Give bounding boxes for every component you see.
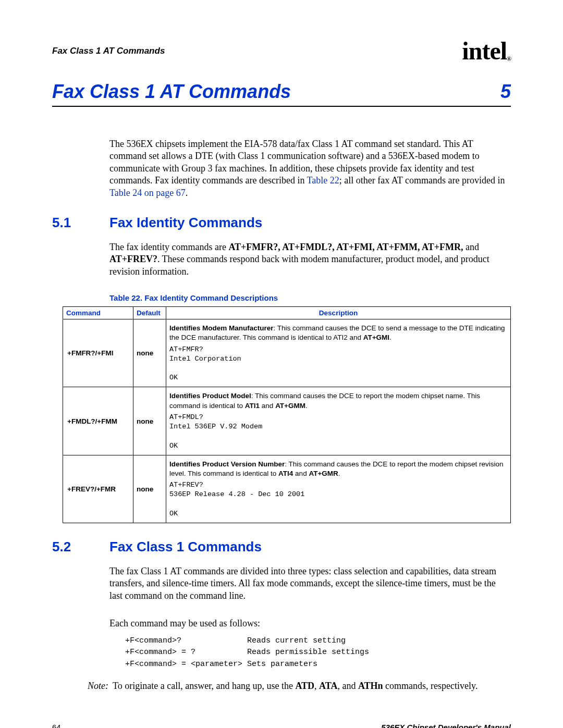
note-label: Note: (78, 681, 113, 692)
default-cell: none (133, 319, 166, 387)
default-cell: none (133, 455, 166, 523)
example-output: AT+FREV? 536EP Release 4.28 - Dec 10 200… (169, 480, 507, 519)
intro-text-c: . (186, 188, 188, 198)
intel-logo: intel® (462, 36, 511, 65)
desc-mid: and (260, 402, 275, 410)
desc-bold2: AT+GMI (363, 334, 389, 341)
command-usage-block: +F<command>? Reads current setting +F<co… (125, 635, 511, 671)
note-b3: ATHn (358, 681, 383, 691)
col-description: Description (166, 307, 511, 319)
page-footer: 64 536EX Chipset Developer's Manual (52, 723, 511, 728)
desc-cell: Identifies Product Model: This command c… (166, 387, 511, 455)
col-default: Default (133, 307, 166, 319)
s51-text-a: The fax identity commands are (109, 242, 228, 252)
s51-cmds: AT+FMFR?, AT+FMDL?, AT+FMI, AT+FMM, AT+F… (228, 242, 463, 252)
desc-bold2: ATI4 (278, 470, 293, 477)
running-header: Fax Class 1 AT Commands (52, 46, 165, 56)
note-c2: , and (337, 681, 358, 691)
section-number: 5.1 (52, 215, 109, 231)
desc-bold: Identifies Product Model (169, 392, 251, 400)
desc-tail: . (389, 334, 391, 341)
registered-symbol: ® (507, 55, 511, 63)
section-5-1-heading: 5.1 Fax Identity Commands (52, 215, 511, 231)
s51-text-c: . These commands respond back with modem… (109, 254, 489, 276)
intro-text-b: ; all other fax AT commands are provided… (339, 175, 505, 186)
example-output: AT+FMDL? Intel 536EP V.92 Modem OK (169, 413, 507, 451)
desc-bold3: AT+GMM (275, 402, 305, 410)
col-command: Command (63, 307, 133, 319)
logo-text: intel (462, 37, 507, 65)
s51-text-b: and (463, 242, 480, 252)
chapter-title: Fax Class 1 AT Commands (52, 81, 291, 103)
example-output: AT+FMFR? Intel Corporation OK (169, 345, 507, 383)
desc-tail: . (338, 470, 340, 477)
note-b2: ATA (319, 681, 337, 691)
table-row: +FMFR?/+FMI none Identifies Modem Manufa… (63, 319, 511, 387)
desc-bold3: AT+GMR (309, 470, 338, 477)
cmd-cell: +FREV?/+FMR (63, 455, 133, 523)
table-row: +FMDL?/+FMM none Identifies Product Mode… (63, 387, 511, 455)
note-b1: ATD (295, 681, 314, 691)
section-5-2-heading: 5.2 Fax Class 1 Commands (52, 539, 511, 555)
note-block: Note: To originate a call, answer, and h… (78, 681, 511, 692)
desc-cell: Identifies Modem Manufacturer: This comm… (166, 319, 511, 387)
table-24-link[interactable]: Table 24 on page 67 (109, 188, 186, 198)
section-title: Fax Identity Commands (109, 215, 262, 231)
note-b: commands, respectively. (383, 681, 478, 691)
desc-tail: . (305, 402, 308, 410)
desc-cell: Identifies Product Version Number: This … (166, 455, 511, 523)
desc-bold: Identifies Product Version Number (169, 460, 285, 468)
manual-title: 536EX Chipset Developer's Manual (381, 723, 511, 728)
desc-bold: Identifies Modem Manufacturer (169, 324, 274, 332)
desc-mid: and (293, 470, 309, 477)
section-5-1-paragraph: The fax identity commands are AT+FMFR?, … (109, 241, 511, 278)
default-cell: none (133, 387, 166, 455)
cmd-cell: +FMFR?/+FMI (63, 319, 133, 387)
page-header: Fax Class 1 AT Commands intel® (52, 36, 511, 65)
page-number: 64 (52, 723, 61, 728)
note-c1: , (314, 681, 319, 691)
section-5-2-p2: Each command may be used as follows: (109, 618, 511, 630)
note-text: To originate a call, answer, and hang up… (113, 681, 511, 692)
note-a: To originate a call, answer, and hang up… (113, 681, 295, 691)
intro-paragraph: The 536EX chipsets implement the EIA-578… (109, 138, 511, 199)
cmd-cell: +FMDL?/+FMM (63, 387, 133, 455)
section-number: 5.2 (52, 539, 109, 555)
table-22-caption: Table 22. Fax Identity Command Descripti… (109, 293, 511, 302)
table-22-link[interactable]: Table 22 (307, 175, 339, 186)
chapter-number: 5 (500, 81, 511, 103)
section-title: Fax Class 1 Commands (109, 539, 262, 555)
table-22: Command Default Description +FMFR?/+FMI … (63, 306, 511, 523)
section-5-2-p1: The fax Class 1 AT commands are divided … (109, 565, 511, 602)
page-container: Fax Class 1 AT Commands intel® Fax Class… (0, 0, 563, 728)
desc-bold2: ATI1 (245, 402, 260, 410)
table-header-row: Command Default Description (63, 307, 511, 319)
s51-cmd2: AT+FREV? (109, 254, 157, 264)
table-row: +FREV?/+FMR none Identifies Product Vers… (63, 455, 511, 523)
chapter-heading: Fax Class 1 AT Commands 5 (52, 81, 511, 107)
